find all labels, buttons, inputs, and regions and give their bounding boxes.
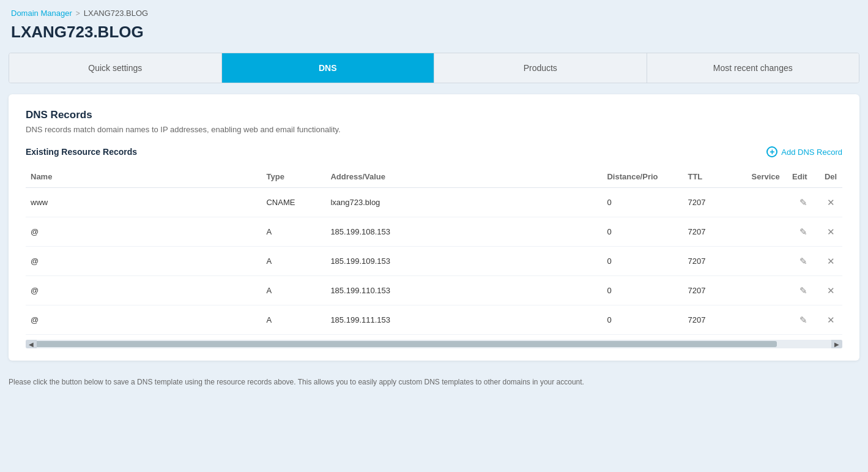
cell-name: www (26, 188, 261, 217)
scrollbar-thumb[interactable] (26, 341, 777, 347)
col-header-type: Type (261, 166, 325, 188)
tab-dns[interactable]: DNS (222, 53, 435, 83)
page-title: LXANG723.BLOG (0, 20, 868, 53)
scroll-left-arrow[interactable]: ◀ (26, 340, 37, 348)
delete-record-button[interactable]: ✕ (825, 255, 837, 267)
edit-record-button[interactable]: ✎ (797, 314, 810, 326)
breadcrumb-separator: > (76, 9, 80, 18)
delete-record-button[interactable]: ✕ (825, 314, 837, 326)
cell-address: lxang723.blog (325, 188, 602, 217)
edit-record-button[interactable]: ✎ (797, 197, 810, 208)
tab-quick-settings[interactable]: Quick settings (9, 53, 222, 83)
delete-record-button[interactable]: ✕ (825, 285, 837, 296)
col-header-ttl: TTL (683, 166, 746, 188)
cell-type: A (261, 305, 325, 335)
col-header-address: Address/Value (325, 166, 602, 188)
cell-edit: ✎ (787, 217, 820, 247)
scroll-right-arrow[interactable]: ▶ (831, 340, 842, 348)
add-dns-record-button[interactable]: + Add DNS Record (766, 146, 842, 157)
table-row: @A185.199.109.15307207✎✕ (26, 247, 842, 276)
edit-record-button[interactable]: ✎ (797, 255, 810, 267)
tab-products[interactable]: Products (434, 53, 647, 83)
cell-name: @ (26, 247, 261, 276)
main-card: DNS Records DNS records match domain nam… (9, 94, 859, 361)
col-header-name: Name (26, 166, 261, 188)
cell-type: A (261, 247, 325, 276)
cell-address: 185.199.110.153 (325, 276, 602, 305)
table-row: @A185.199.111.15307207✎✕ (26, 305, 842, 335)
cell-distance: 0 (602, 247, 683, 276)
cell-service (747, 217, 788, 247)
records-header: Existing Resource Records + Add DNS Reco… (26, 146, 842, 157)
table-scroll-container: Name Type Address/Value Distance/Prio TT… (26, 166, 842, 335)
cell-edit: ✎ (787, 276, 820, 305)
delete-record-button[interactable]: ✕ (825, 226, 837, 238)
table-row: @A185.199.108.15307207✎✕ (26, 217, 842, 247)
cell-type: A (261, 276, 325, 305)
cell-edit: ✎ (787, 305, 820, 335)
col-header-distance: Distance/Prio (602, 166, 683, 188)
dns-records-description: DNS records match domain names to IP add… (26, 125, 842, 134)
cell-name: @ (26, 276, 261, 305)
horizontal-scrollbar[interactable]: ◀ ▶ (26, 340, 842, 348)
cell-type: A (261, 217, 325, 247)
cell-address: 185.199.111.153 (325, 305, 602, 335)
footer-note: Please click the button below to save a … (0, 372, 868, 386)
col-header-service: Service (747, 166, 788, 188)
cell-ttl: 7207 (683, 276, 746, 305)
cell-delete: ✕ (820, 276, 842, 305)
cell-delete: ✕ (820, 217, 842, 247)
cell-distance: 0 (602, 217, 683, 247)
table-header-row: Name Type Address/Value Distance/Prio TT… (26, 166, 842, 188)
dns-records-title: DNS Records (26, 109, 842, 121)
tab-bar: Quick settings DNS Products Most recent … (9, 53, 859, 83)
cell-service (747, 276, 788, 305)
existing-records-label: Existing Resource Records (26, 147, 137, 157)
cell-ttl: 7207 (683, 217, 746, 247)
cell-ttl: 7207 (683, 305, 746, 335)
tab-most-recent-changes[interactable]: Most recent changes (647, 53, 859, 83)
edit-record-button[interactable]: ✎ (797, 285, 810, 296)
col-header-edit: Edit (787, 166, 820, 188)
cell-delete: ✕ (820, 305, 842, 335)
cell-service (747, 188, 788, 217)
cell-ttl: 7207 (683, 247, 746, 276)
cell-service (747, 247, 788, 276)
cell-distance: 0 (602, 188, 683, 217)
table-row: @A185.199.110.15307207✎✕ (26, 276, 842, 305)
cell-ttl: 7207 (683, 188, 746, 217)
cell-name: @ (26, 217, 261, 247)
table-row: wwwCNAMElxang723.blog07207✎✕ (26, 188, 842, 217)
breadcrumb-parent-link[interactable]: Domain Manager (11, 9, 72, 18)
cell-edit: ✎ (787, 247, 820, 276)
plus-circle-icon: + (766, 146, 777, 157)
cell-address: 185.199.109.153 (325, 247, 602, 276)
col-header-del: Del (820, 166, 842, 188)
cell-name: @ (26, 305, 261, 335)
add-dns-record-label: Add DNS Record (781, 148, 842, 157)
cell-delete: ✕ (820, 247, 842, 276)
cell-distance: 0 (602, 276, 683, 305)
edit-record-button[interactable]: ✎ (797, 226, 810, 238)
delete-record-button[interactable]: ✕ (825, 197, 837, 208)
cell-address: 185.199.108.153 (325, 217, 602, 247)
cell-type: CNAME (261, 188, 325, 217)
cell-edit: ✎ (787, 188, 820, 217)
cell-service (747, 305, 788, 335)
dns-table: Name Type Address/Value Distance/Prio TT… (26, 166, 842, 335)
breadcrumb: Domain Manager > LXANG723.BLOG (0, 0, 868, 20)
breadcrumb-current: LXANG723.BLOG (84, 9, 149, 18)
cell-delete: ✕ (820, 188, 842, 217)
cell-distance: 0 (602, 305, 683, 335)
